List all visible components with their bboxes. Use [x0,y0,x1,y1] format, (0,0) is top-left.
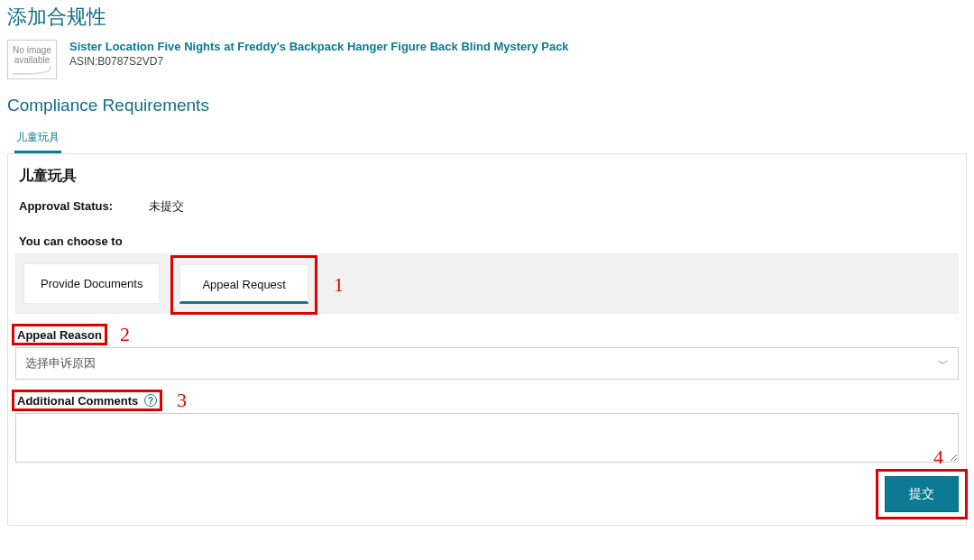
choice-provide-documents[interactable]: Provide Documents [23,263,160,304]
choice-bar: Provide Documents Appeal Request [15,253,959,314]
approval-status-label: Approval Status: [19,199,145,213]
compliance-panel: 儿童玩具 Approval Status: 未提交 You can choose… [7,154,967,526]
choose-label: You can choose to [19,234,959,248]
tab-child-toys[interactable]: 儿童玩具 [14,124,61,153]
additional-comments-input[interactable] [15,413,959,463]
help-icon[interactable]: ? [144,394,157,407]
page-title: 添加合规性 [7,4,967,31]
choice-appeal-request[interactable]: Appeal Request [179,264,308,304]
product-row: No image available Sister Location Five … [7,40,967,79]
product-title-link[interactable]: Sister Location Five Nights at Freddy's … [69,40,569,53]
panel-heading: 儿童玩具 [19,167,959,186]
thumb-text: No image available [13,45,51,65]
tabs-row: 儿童玩具 [7,124,967,154]
appeal-reason-select[interactable]: 选择申诉原因 ﹀ [15,347,959,380]
swoosh-icon [13,66,52,75]
approval-status-value: 未提交 [149,199,184,213]
appeal-reason-label: Appeal Reason [17,328,102,342]
asin-label: ASIN:B0787S2VD7 [69,55,569,68]
submit-button[interactable]: 提交 [885,476,959,512]
additional-comments-label: Additional Comments [17,394,138,408]
chevron-down-icon: ﹀ [938,356,949,372]
appeal-reason-placeholder: 选择申诉原因 [25,355,96,372]
product-thumbnail-no-image: No image available [7,40,57,79]
section-heading: Compliance Requirements [7,96,967,115]
